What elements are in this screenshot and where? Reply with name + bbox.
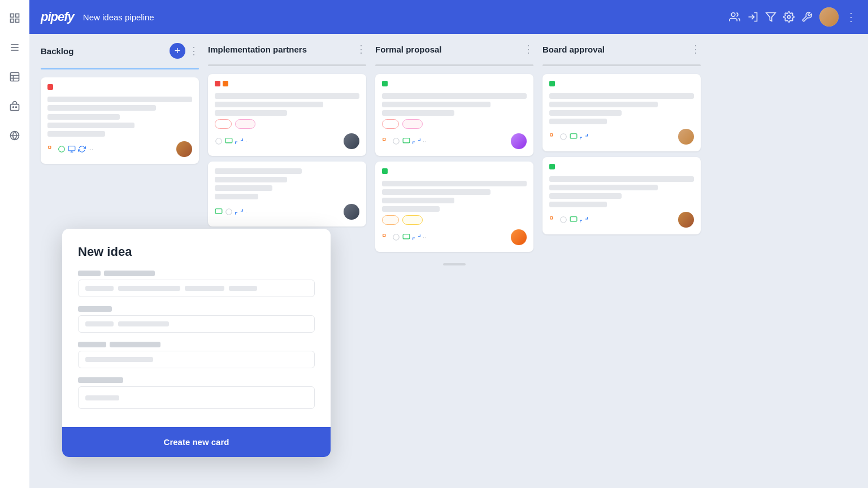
field-input-3[interactable] (78, 351, 315, 368)
sidebar-item-list[interactable] (6, 38, 24, 56)
sidebar-item-bot[interactable] (6, 97, 24, 115)
card-avatar (511, 133, 527, 149)
card-avatar (678, 129, 694, 145)
label-skeleton (78, 306, 112, 312)
svg-point-34 (561, 134, 567, 140)
card-avatar (511, 229, 527, 245)
svg-rect-2 (11, 19, 14, 23)
card (542, 157, 701, 234)
people-icon[interactable] (729, 11, 740, 23)
card (542, 74, 701, 151)
left-nav (0, 0, 29, 488)
skeleton-line (215, 110, 287, 116)
column-line-impl (208, 64, 366, 66)
filter-icon[interactable] (765, 11, 776, 23)
field-input-2[interactable] (78, 315, 315, 333)
field-label-4 (78, 377, 315, 383)
svg-point-23 (216, 138, 222, 145)
new-idea-panel: New idea (62, 229, 331, 457)
card-avatar (678, 212, 694, 228)
column-more-board[interactable]: ⋮ (691, 43, 701, 55)
input-skeleton (85, 321, 114, 326)
card-footer: ·· (382, 229, 527, 245)
card-icon (580, 133, 588, 141)
skeleton-line (382, 110, 454, 116)
add-card-button-backlog[interactable]: + (170, 43, 185, 59)
tag-red (215, 119, 232, 129)
card-icons: ··· (47, 145, 93, 153)
card-icon (215, 137, 223, 145)
svg-point-37 (561, 217, 567, 223)
svg-rect-38 (570, 217, 577, 221)
svg-rect-11 (11, 104, 19, 111)
column-more-backlog[interactable]: ⋮ (189, 45, 199, 57)
card-dots (47, 84, 192, 93)
enter-icon[interactable] (747, 11, 758, 23)
svg-rect-18 (49, 146, 51, 149)
label-skeleton (78, 271, 101, 276)
user-avatar[interactable] (819, 7, 839, 27)
dot-green (549, 81, 555, 86)
card-icons (549, 133, 588, 141)
card-icon (235, 137, 243, 145)
card-icons: ·· (382, 233, 426, 241)
scroll-dot (443, 263, 466, 265)
sidebar-item-globe[interactable] (6, 127, 24, 145)
form-field-4 (78, 377, 315, 409)
skeleton-line (215, 194, 258, 199)
svg-marker-16 (766, 13, 776, 21)
column-header-backlog: Backlog + ⋮ (41, 43, 199, 59)
card-footer: ··· (47, 141, 192, 157)
form-field-2 (78, 306, 315, 333)
svg-rect-30 (383, 234, 385, 237)
card: ·· (375, 162, 533, 252)
card-count: · (245, 208, 247, 215)
field-input-4[interactable] (78, 386, 315, 409)
input-skeleton (85, 357, 153, 362)
card-icon (225, 208, 233, 216)
sidebar-item-grid[interactable] (6, 9, 24, 27)
column-more-impl[interactable]: ⋮ (356, 43, 366, 55)
skeleton-line (549, 193, 622, 199)
sidebar-item-table[interactable] (6, 68, 24, 86)
create-new-card-button[interactable]: Create new card (62, 427, 331, 457)
card-dots (549, 164, 694, 173)
card-icon (413, 233, 420, 241)
card-dots (215, 81, 359, 90)
input-skeleton (118, 321, 169, 326)
panel-body: New idea (62, 229, 331, 427)
skeleton-line (549, 110, 622, 116)
label-skeleton (104, 271, 155, 276)
card-footer (549, 212, 694, 228)
tag-pink (402, 119, 423, 129)
svg-rect-25 (215, 209, 222, 213)
column-board: Board approval ⋮ (542, 43, 701, 479)
skeleton-line (47, 97, 192, 102)
card-icons: · (215, 208, 247, 216)
card-footer: · (215, 204, 359, 220)
dot-green (382, 81, 388, 86)
form-field-3 (78, 342, 315, 368)
svg-rect-32 (403, 234, 410, 239)
card-icons: · (215, 137, 247, 145)
pipeline-title: New ideas pipeline (83, 12, 154, 22)
card-avatar (344, 204, 359, 220)
card-avatar (176, 141, 192, 157)
header-more-icon[interactable]: ⋮ (845, 10, 857, 24)
svg-rect-1 (16, 14, 19, 18)
settings-icon[interactable] (783, 11, 795, 23)
skeleton-line (549, 93, 694, 99)
column-title-impl: Implementation partners (208, 45, 307, 54)
column-line-backlog (41, 68, 199, 69)
svg-point-31 (393, 234, 400, 241)
field-input-1[interactable] (78, 280, 315, 297)
wrench-icon[interactable] (801, 11, 813, 23)
field-label-2 (78, 306, 315, 312)
card-icon (580, 216, 588, 224)
label-skeleton (110, 342, 160, 347)
skeleton-line (382, 102, 491, 107)
card-icon (559, 216, 567, 224)
skeleton-line (47, 131, 105, 137)
column-more-formal[interactable]: ⋮ (523, 43, 533, 55)
field-label-3 (78, 342, 315, 347)
